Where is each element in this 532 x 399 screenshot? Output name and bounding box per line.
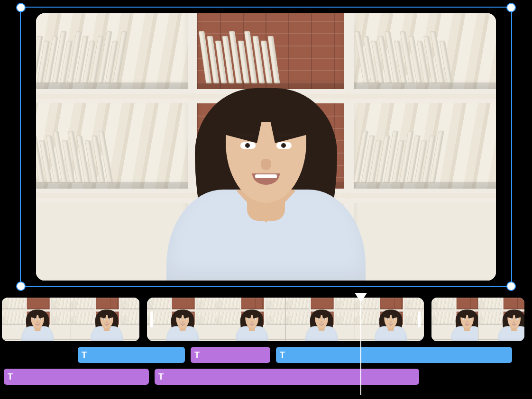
- timeline-tracks[interactable]: T T T T T: [0, 347, 532, 390]
- text-icon: T: [194, 350, 200, 360]
- preview-selection-box[interactable]: [20, 7, 512, 287]
- resize-handle-bottom-right[interactable]: [506, 281, 516, 291]
- resize-handle-top-right[interactable]: [506, 3, 516, 12]
- track-segment[interactable]: T: [155, 369, 419, 385]
- timeline-clip-row[interactable]: [0, 298, 532, 341]
- text-icon: T: [280, 350, 285, 360]
- timeline-clip[interactable]: [431, 298, 524, 341]
- track-segment[interactable]: T: [4, 369, 149, 385]
- track-segment[interactable]: T: [78, 347, 185, 363]
- timeline-clip[interactable]: [2, 298, 139, 341]
- clip-trim-handle-right[interactable]: [418, 311, 421, 327]
- text-icon: T: [8, 372, 13, 382]
- video-preview[interactable]: [36, 13, 496, 281]
- playhead[interactable]: [360, 293, 361, 395]
- track-row[interactable]: T T: [2, 369, 530, 385]
- track-segment[interactable]: T: [191, 347, 270, 363]
- track-row[interactable]: T T T: [2, 347, 530, 363]
- resize-handle-top-left[interactable]: [16, 3, 26, 12]
- video-frame-content: [36, 13, 496, 281]
- track-segment[interactable]: T: [276, 347, 512, 363]
- resize-handle-bottom-left[interactable]: [16, 281, 26, 291]
- timeline-clip-selected[interactable]: [147, 298, 424, 341]
- text-icon: T: [158, 372, 164, 382]
- text-icon: T: [82, 350, 87, 360]
- clip-trim-handle-left[interactable]: [150, 311, 153, 327]
